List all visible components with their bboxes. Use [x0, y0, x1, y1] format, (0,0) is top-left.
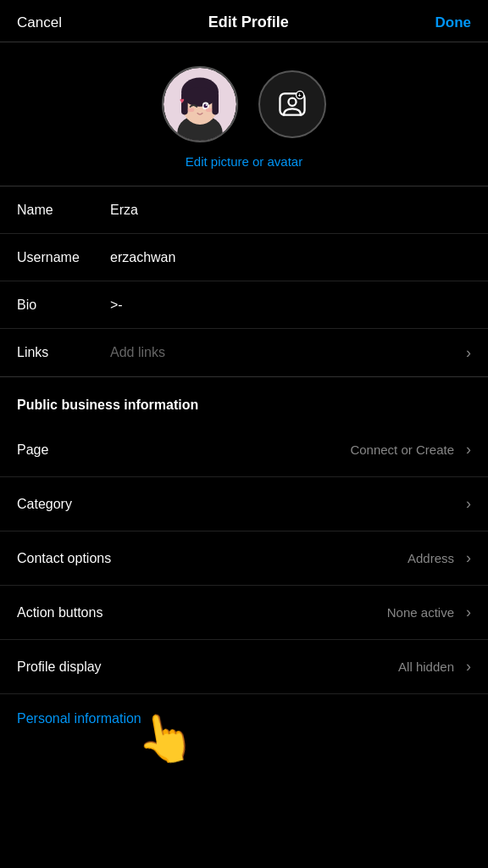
public-business-section: Public business information Page Connect…	[0, 377, 488, 694]
bio-label: Bio	[17, 298, 110, 313]
avatar-section: ♥ + Edit picture or avatar	[0, 42, 488, 186]
profile-display-value: All hidden	[398, 659, 454, 674]
page-title: Edit Profile	[208, 14, 289, 31]
top-bar: Cancel Edit Profile Done	[0, 0, 488, 42]
svg-point-10	[206, 104, 208, 106]
username-row: Username erzachwan	[0, 234, 488, 281]
page-right: Connect or Create ›	[350, 441, 471, 459]
action-buttons-label: Action buttons	[17, 605, 103, 620]
contact-row[interactable]: Contact options Address ›	[0, 531, 488, 586]
profile-display-right: All hidden ›	[398, 658, 471, 676]
contact-right: Address ›	[408, 549, 471, 567]
username-label: Username	[17, 250, 110, 265]
svg-point-11	[188, 108, 195, 112]
links-label: Links	[17, 345, 110, 360]
category-label: Category	[17, 497, 72, 512]
links-placeholder: Add links	[110, 345, 459, 360]
username-value[interactable]: erzachwan	[110, 250, 471, 265]
personal-info-link[interactable]: Personal information	[17, 711, 141, 726]
edit-picture-link[interactable]: Edit picture or avatar	[186, 154, 302, 169]
category-right: ›	[459, 495, 471, 513]
svg-point-9	[203, 104, 208, 108]
cancel-button[interactable]: Cancel	[17, 14, 62, 31]
public-section-header: Public business information	[0, 377, 488, 423]
contact-value: Address	[408, 551, 454, 565]
svg-point-7	[184, 87, 216, 103]
avatar-badge[interactable]: +	[258, 70, 326, 138]
avatar-row: ♥ +	[162, 66, 326, 142]
category-chevron-icon: ›	[466, 495, 471, 513]
page-label: Page	[17, 442, 48, 458]
name-row: Name Erza	[0, 186, 488, 234]
page-chevron-icon: ›	[466, 441, 471, 459]
form-section: Name Erza Username erzachwan Bio >- Link…	[0, 186, 488, 377]
name-value[interactable]: Erza	[110, 203, 471, 218]
action-buttons-chevron-icon: ›	[466, 604, 471, 621]
personal-info-row[interactable]: Personal information	[0, 694, 488, 743]
category-row[interactable]: Category ›	[0, 477, 488, 531]
action-buttons-value: None active	[387, 605, 454, 620]
svg-point-12	[206, 108, 213, 112]
profile-display-label: Profile display	[17, 659, 102, 675]
profile-display-row[interactable]: Profile display All hidden ›	[0, 640, 488, 694]
links-chevron-icon: ›	[466, 344, 471, 362]
bio-row: Bio >-	[0, 281, 488, 329]
contact-chevron-icon: ›	[466, 549, 471, 567]
public-section-title: Public business information	[17, 398, 198, 412]
svg-text:+: +	[298, 92, 302, 98]
contact-label: Contact options	[17, 551, 111, 566]
page-row[interactable]: Page Connect or Create ›	[0, 423, 488, 477]
avatar-badge-icon: +	[275, 87, 309, 121]
avatar-image[interactable]: ♥	[162, 66, 238, 142]
name-label: Name	[17, 203, 110, 218]
action-buttons-right: None active ›	[387, 604, 471, 621]
bio-value[interactable]: >-	[110, 298, 471, 313]
links-row[interactable]: Links Add links ›	[0, 329, 488, 376]
svg-point-15	[288, 98, 296, 106]
page-value: Connect or Create	[350, 442, 454, 457]
svg-text:♥: ♥	[180, 96, 185, 105]
profile-display-chevron-icon: ›	[466, 658, 471, 676]
done-button[interactable]: Done	[435, 14, 472, 31]
action-buttons-row[interactable]: Action buttons None active ›	[0, 586, 488, 640]
